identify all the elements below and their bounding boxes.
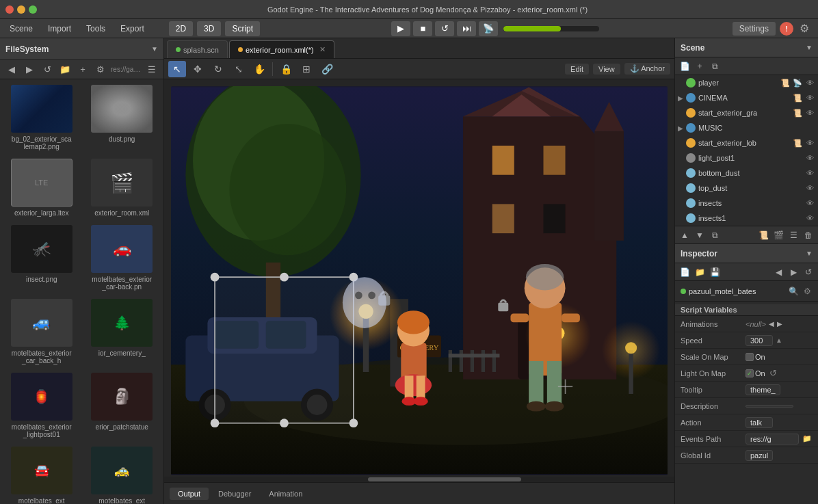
- fs-add-button[interactable]: +: [75, 62, 90, 77]
- sp-add-node[interactable]: +: [693, 59, 707, 73]
- inspector-dropdown[interactable]: ▼: [806, 250, 813, 257]
- pause-button[interactable]: ↺: [435, 21, 454, 36]
- cogwheel-icon[interactable]: ⚙: [797, 22, 811, 36]
- scene-node-player[interactable]: player 📜 📡 👁: [675, 75, 818, 90]
- close-button[interactable]: [5, 5, 14, 14]
- fs-refresh-button[interactable]: ↺: [40, 62, 55, 77]
- anchor-button[interactable]: ⚓ Anchor: [624, 63, 670, 75]
- tab-debugger[interactable]: Debugger: [210, 488, 259, 500]
- node-eye-bd[interactable]: 👁: [804, 168, 815, 178]
- node-script-cinema[interactable]: 📜: [792, 92, 803, 103]
- menu-export[interactable]: Export: [114, 21, 151, 36]
- ip-new[interactable]: 📄: [678, 265, 691, 279]
- node-eye-sel[interactable]: 👁: [804, 137, 815, 148]
- scene-node-bottom-dust[interactable]: bottom_dust 👁: [675, 165, 818, 181]
- fs-gear-button[interactable]: ⚙: [93, 62, 108, 77]
- node-eye-td[interactable]: 👁: [804, 183, 815, 194]
- sp-foot-copy[interactable]: ⧉: [708, 228, 722, 242]
- list-item[interactable]: 🎬 exterior_room.xml: [83, 156, 161, 220]
- node-eye-player[interactable]: 👁: [804, 77, 815, 88]
- sp-foot-down[interactable]: ▼: [693, 228, 707, 242]
- inspector-gear-icon[interactable]: ⚙: [802, 286, 813, 297]
- light-on-map-checkbox[interactable]: ✓: [746, 369, 754, 377]
- ir-description-input[interactable]: [746, 405, 793, 408]
- list-item[interactable]: 🌲 ior_cementery_: [83, 296, 161, 367]
- node-arrow-cinema[interactable]: ▶: [678, 94, 686, 102]
- sp-foot-anim[interactable]: 🎬: [771, 228, 785, 242]
- node-script-sel[interactable]: 📜: [792, 137, 803, 148]
- settings-button[interactable]: Settings: [733, 22, 776, 36]
- scene-panel-dropdown[interactable]: ▼: [806, 44, 813, 51]
- record-button[interactable]: 📡: [479, 21, 498, 36]
- view-3d-button[interactable]: 3D: [197, 21, 221, 36]
- minimize-button[interactable]: [17, 5, 25, 14]
- menu-tools[interactable]: Tools: [79, 21, 112, 36]
- menu-scene[interactable]: Scene: [3, 21, 40, 36]
- ir-global-id-input[interactable]: pazul: [746, 450, 773, 461]
- list-item[interactable]: 🚗 motelbates_exterior_car-back.pn: [83, 222, 161, 293]
- ir-action-input[interactable]: talk: [746, 417, 773, 428]
- sp-foot-trash[interactable]: 🗑: [802, 228, 815, 242]
- sp-foot-list[interactable]: ☰: [787, 228, 800, 242]
- ir-speed-input[interactable]: 300: [746, 335, 773, 346]
- fs-list-view-button[interactable]: ☰: [144, 62, 159, 77]
- fs-back-button[interactable]: ◀: [4, 62, 19, 77]
- ir-speed-up[interactable]: ▲: [776, 336, 782, 344]
- filesystem-dropdown-icon[interactable]: ▼: [151, 45, 158, 53]
- tool-select[interactable]: ↖: [168, 61, 186, 77]
- scene-node-insects1[interactable]: insects1 👁: [675, 211, 818, 226]
- tool-lock[interactable]: 🔒: [277, 61, 295, 77]
- node-script-seg[interactable]: 📜: [792, 107, 803, 118]
- node-arrow-music[interactable]: ▶: [678, 124, 686, 132]
- node-eye-ins1[interactable]: 👁: [804, 213, 815, 224]
- sp-copy-node[interactable]: ⧉: [708, 59, 722, 73]
- ip-arrow-right[interactable]: ▶: [787, 265, 800, 279]
- menu-import[interactable]: Import: [41, 21, 78, 36]
- sp-foot-up[interactable]: ▲: [678, 228, 691, 242]
- list-item[interactable]: dust.png: [83, 82, 161, 153]
- scene-node-light-post[interactable]: light_post1 👁: [675, 150, 818, 165]
- tab-splash[interactable]: splash.scn: [167, 40, 228, 58]
- tool-scale[interactable]: ⤡: [230, 61, 248, 77]
- list-item[interactable]: 🚕 motelbates_ext: [83, 444, 161, 504]
- scale-on-map-toggle[interactable]: On: [746, 353, 765, 361]
- ip-arrow-left[interactable]: ◀: [771, 265, 785, 279]
- tool-rotate[interactable]: ↻: [209, 61, 227, 77]
- ip-save[interactable]: 💾: [708, 265, 722, 279]
- alert-icon[interactable]: !: [780, 22, 793, 36]
- list-item[interactable]: 🦟 insect.png: [3, 222, 81, 293]
- tool-pan[interactable]: ✋: [250, 61, 268, 77]
- scene-node-start-ext-lob[interactable]: start_exterior_lob 📜 👁: [675, 135, 818, 150]
- list-item[interactable]: 🚘 motelbates_ext: [3, 444, 81, 504]
- list-item[interactable]: bg_02_exterior_scalemap2.png: [3, 82, 81, 153]
- tab-animation[interactable]: Animation: [261, 488, 311, 500]
- tool-link[interactable]: 🔗: [318, 61, 336, 77]
- horizontal-scrollbar[interactable]: [164, 477, 674, 482]
- scrollbar-thumb-h[interactable]: [368, 477, 521, 481]
- list-item[interactable]: LTE exterior_larga.ltex: [3, 156, 81, 220]
- light-on-map-reset[interactable]: ↺: [768, 368, 779, 379]
- node-eye-lp[interactable]: 👁: [804, 152, 815, 163]
- ir-arrow-right[interactable]: ▶: [777, 320, 782, 328]
- list-item[interactable]: 🚙 motelbates_exterior_car_back_h: [3, 296, 81, 367]
- scene-node-music[interactable]: ▶ MUSIC: [675, 120, 818, 135]
- tab-close-exterior[interactable]: ✕: [319, 45, 326, 54]
- edit-button[interactable]: Edit: [565, 64, 589, 75]
- tool-move[interactable]: ✥: [189, 61, 207, 77]
- tool-group[interactable]: ⊞: [298, 61, 315, 77]
- fs-forward-button[interactable]: ▶: [22, 62, 37, 77]
- ir-events-path-input[interactable]: res://g: [746, 434, 799, 445]
- tab-output[interactable]: Output: [170, 488, 209, 500]
- scene-node-insects[interactable]: insects 👁: [675, 196, 818, 211]
- list-item[interactable]: 🗿 erior_patchstatue: [83, 370, 161, 441]
- node-eye-seg[interactable]: 👁: [804, 107, 815, 118]
- scene-node-cinema[interactable]: ▶ CINEMA 📜 👁: [675, 90, 818, 105]
- view-2d-button[interactable]: 2D: [169, 21, 193, 36]
- view-button[interactable]: View: [593, 64, 620, 75]
- play-button[interactable]: ▶: [391, 21, 410, 36]
- list-item[interactable]: 🏮 motelbates_exterior_lightpost01: [3, 370, 81, 441]
- events-path-folder-icon[interactable]: 📁: [802, 434, 813, 445]
- sp-new-node[interactable]: 📄: [678, 59, 691, 73]
- maximize-button[interactable]: [29, 5, 37, 14]
- ir-tooltip-input[interactable]: theme_: [746, 384, 780, 395]
